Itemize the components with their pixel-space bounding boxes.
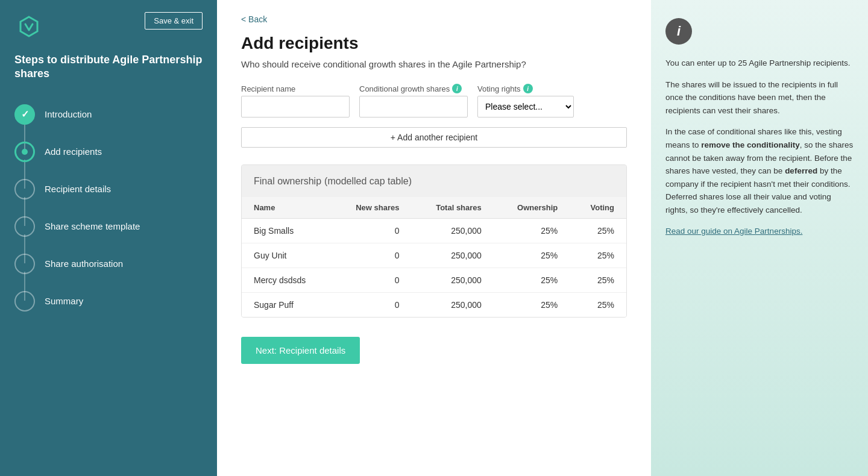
sidebar-nav: ✓IntroductionAdd recipientsRecipient det…: [0, 96, 217, 320]
back-link[interactable]: < Back: [241, 14, 627, 24]
sidebar-item-add-recipients[interactable]: Add recipients: [14, 133, 203, 171]
right-panel: i You can enter up to 25 Agile Partnersh…: [651, 0, 868, 476]
add-recipient-button[interactable]: + Add another recipient: [241, 127, 627, 148]
nav-circle-recipient-details: [14, 179, 35, 199]
cell-total-shares: 250,000: [411, 219, 493, 243]
table-row: Mercy dsdsds 0 250,000 25% 25%: [242, 268, 626, 293]
cell-new-shares: 0: [332, 293, 411, 318]
main-content: < Back Add recipients Who should receive…: [217, 0, 651, 476]
cell-name: Sugar Puff: [242, 293, 332, 318]
col-name: Name: [242, 197, 332, 219]
nav-circle-share-authorisation: [14, 254, 35, 274]
right-panel-para-2: The shares will be issued to the recipie…: [665, 78, 854, 117]
col-new-shares: New shares: [332, 197, 411, 219]
cell-new-shares: 0: [332, 219, 411, 243]
nav-circle-add-recipients: [14, 142, 35, 162]
right-panel-para-3: In the case of conditional shares like t…: [665, 125, 854, 216]
table-row: Sugar Puff 0 250,000 25% 25%: [242, 293, 626, 318]
nav-label-summary: Summary: [45, 296, 83, 306]
info-circle-icon: i: [665, 18, 692, 45]
recipient-form-row: Recipient name Conditional growth shares…: [241, 84, 627, 117]
cell-voting: 25%: [570, 243, 626, 268]
col-total-shares: Total shares: [411, 197, 493, 219]
logo-icon: [14, 12, 43, 41]
recipient-name-input[interactable]: [241, 96, 350, 117]
col-voting: Voting: [570, 197, 626, 219]
sidebar-item-introduction[interactable]: ✓Introduction: [14, 96, 203, 133]
cell-total-shares: 250,000: [411, 293, 493, 318]
cap-table-subtitle: (modelled cap table): [324, 176, 412, 186]
cell-ownership: 25%: [494, 219, 570, 243]
sidebar-header: Save & exit: [0, 0, 217, 53]
nav-circle-introduction: ✓: [14, 104, 35, 125]
shares-input[interactable]: [359, 96, 468, 117]
cap-table-head: Name New shares Total shares Ownership V…: [242, 197, 626, 219]
cell-total-shares: 250,000: [411, 268, 493, 293]
voting-select[interactable]: Please select...: [477, 96, 574, 117]
col-ownership: Ownership: [494, 197, 570, 219]
cell-name: Guy Unit: [242, 243, 332, 268]
table-row: Guy Unit 0 250,000 25% 25%: [242, 243, 626, 268]
cell-name: Big Smalls: [242, 219, 332, 243]
shares-info-icon: i: [452, 84, 462, 93]
next-button[interactable]: Next: Recipient details: [241, 337, 360, 364]
table-row: Big Smalls 0 250,000 25% 25%: [242, 219, 626, 243]
cap-table-header: Final ownership (modelled cap table): [242, 165, 626, 197]
cell-name: Mercy dsdsds: [242, 268, 332, 293]
nav-label-recipient-details: Recipient details: [45, 184, 111, 194]
sidebar-item-summary[interactable]: Summary: [14, 283, 203, 320]
voting-label: Voting rights i: [477, 84, 574, 93]
cap-table: Final ownership (modelled cap table) Nam…: [241, 164, 627, 318]
nav-label-share-scheme-template: Share scheme template: [45, 221, 140, 231]
shares-label: Conditional growth shares i: [359, 84, 468, 93]
cell-voting: 25%: [570, 293, 626, 318]
cap-table-body: Big Smalls 0 250,000 25% 25% Guy Unit 0 …: [242, 219, 626, 318]
right-panel-para-1: You can enter up to 25 Agile Partnership…: [665, 57, 854, 70]
guide-link[interactable]: Read our guide on Agile Partnerships.: [665, 227, 802, 236]
sidebar-item-share-scheme-template[interactable]: Share scheme template: [14, 208, 203, 245]
cell-ownership: 25%: [494, 293, 570, 318]
voting-group: Voting rights i Please select...: [477, 84, 574, 117]
shares-group: Conditional growth shares i: [359, 84, 468, 117]
save-exit-button[interactable]: Save & exit: [145, 12, 203, 30]
cell-voting: 25%: [570, 268, 626, 293]
cell-voting: 25%: [570, 219, 626, 243]
nav-label-add-recipients: Add recipients: [45, 146, 102, 157]
sidebar-item-recipient-details[interactable]: Recipient details: [14, 171, 203, 208]
cell-new-shares: 0: [332, 268, 411, 293]
sidebar-title: Steps to distribute Agile Partnership sh…: [0, 53, 217, 96]
cell-new-shares: 0: [332, 243, 411, 268]
cap-table-title: Final ownership (modelled cap table): [254, 175, 614, 187]
recipient-name-group: Recipient name: [241, 84, 350, 117]
cap-table-table: Name New shares Total shares Ownership V…: [242, 197, 626, 317]
sidebar-item-share-authorisation[interactable]: Share authorisation: [14, 245, 203, 283]
cell-ownership: 25%: [494, 243, 570, 268]
cell-total-shares: 250,000: [411, 243, 493, 268]
nav-circle-summary: [14, 291, 35, 312]
nav-label-introduction: Introduction: [45, 109, 92, 119]
nav-circle-share-scheme-template: [14, 216, 35, 237]
page-title: Add recipients: [241, 34, 627, 53]
recipient-name-label: Recipient name: [241, 84, 350, 93]
voting-info-icon: i: [523, 84, 533, 93]
sidebar: Save & exit Steps to distribute Agile Pa…: [0, 0, 217, 476]
page-subtitle: Who should receive conditional growth sh…: [241, 59, 627, 69]
nav-label-share-authorisation: Share authorisation: [45, 258, 123, 269]
cell-ownership: 25%: [494, 268, 570, 293]
